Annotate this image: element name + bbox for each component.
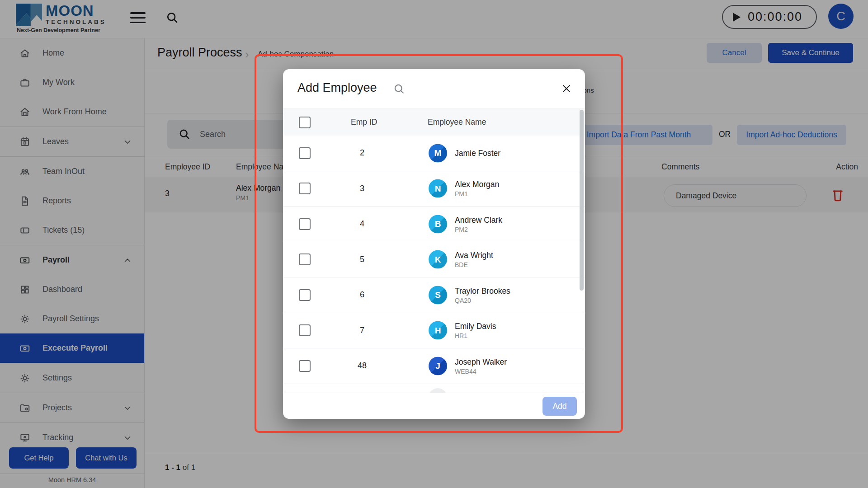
row-checkbox[interactable] (299, 183, 311, 194)
avatar: B (429, 215, 447, 233)
employee-name: Traylor Brookes (455, 286, 510, 296)
employee-dept: WEB44 (455, 367, 507, 375)
employee-name: Andrew Clark (455, 215, 502, 225)
row-checkbox[interactable] (299, 324, 311, 336)
employee-dept: QA20 (455, 296, 510, 304)
avatar: S (429, 286, 447, 304)
employee-row[interactable]: 48 J Joseph Walker WEB44 (283, 348, 585, 384)
search-icon[interactable] (393, 83, 406, 95)
select-all-checkbox[interactable] (299, 117, 311, 128)
modal-scrollbar (580, 109, 584, 393)
employee-row[interactable]: 6 S Traylor Brookes QA20 (283, 277, 585, 313)
avatar: H (429, 321, 447, 340)
employee-name: Ava Wright (455, 251, 493, 260)
employee-dept: PM2 (455, 225, 502, 233)
modal-table-header: Emp ID Employee Name (283, 109, 585, 136)
employee-dept: PM1 (455, 190, 499, 197)
employee-name: Joseph Walker (455, 357, 507, 366)
row-checkbox[interactable] (299, 147, 311, 159)
modal-footer: Add (283, 393, 585, 419)
employee-row[interactable]: 5 K Ava Wright BDE (283, 242, 585, 278)
col-emp-id: Emp ID (351, 117, 396, 127)
col-employee-name: Employee Name (428, 117, 486, 127)
app-root: MOON TECHNOLABS Next-Gen Development Par… (0, 0, 868, 488)
partial-row (283, 384, 585, 393)
employee-name: Alex Morgan (455, 180, 499, 189)
row-checkbox[interactable] (299, 218, 311, 230)
modal-header: Add Employee (283, 69, 585, 108)
avatar: J (429, 357, 447, 375)
modal-title: Add Employee (297, 81, 377, 95)
add-button[interactable]: Add (542, 397, 577, 416)
employee-row[interactable]: 7 H Emily Davis HR1 (283, 313, 585, 349)
row-checkbox[interactable] (299, 360, 311, 372)
close-icon[interactable] (561, 83, 572, 94)
employee-name: Jamie Foster (455, 148, 500, 158)
employee-row[interactable]: 4 B Andrew Clark PM2 (283, 206, 585, 242)
employee-row[interactable]: 2 M Jamie Foster (283, 136, 585, 171)
avatar: N (429, 179, 447, 198)
scrollbar-thumb[interactable] (580, 110, 584, 291)
employee-dept: HR1 (455, 332, 496, 339)
row-checkbox[interactable] (299, 253, 311, 265)
add-employee-modal: Add Employee Emp ID Employee Name 2 M Ja… (283, 69, 585, 419)
employee-name: Emily Davis (455, 322, 496, 331)
modal-employee-list: 2 M Jamie Foster 3 N Alex Morgan PM1 4 (283, 136, 585, 393)
row-checkbox[interactable] (299, 289, 311, 301)
employee-dept: BDE (455, 261, 493, 268)
employee-row[interactable]: 3 N Alex Morgan PM1 (283, 171, 585, 207)
avatar: M (429, 144, 447, 162)
avatar: K (429, 250, 447, 269)
